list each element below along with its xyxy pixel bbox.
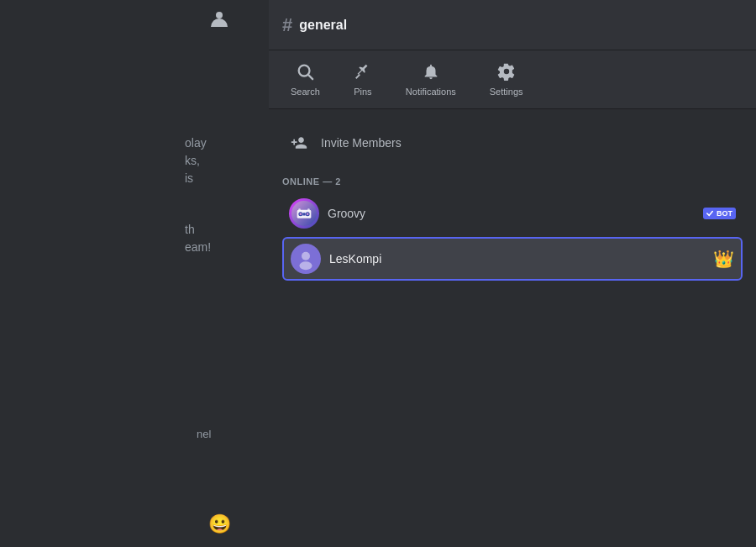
left-panel-text-mid: theam!: [0, 187, 269, 256]
invite-icon: [286, 129, 312, 156]
svg-line-1: [309, 75, 313, 79]
channel-header: # general: [269, 0, 756, 50]
invite-members-row[interactable]: Invite Members: [282, 123, 743, 163]
left-channel-text: nel: [197, 428, 211, 440]
svg-rect-10: [298, 208, 301, 211]
members-panel: # general Search Pins: [269, 0, 756, 547]
bell-icon: [422, 62, 440, 83]
notifications-toolbar-item[interactable]: Notifications: [401, 59, 461, 100]
settings-label: Settings: [490, 87, 523, 97]
gear-icon: [497, 62, 516, 83]
emoji-icon[interactable]: 😀: [208, 513, 231, 535]
svg-line-2: [356, 75, 360, 79]
svg-rect-11: [307, 208, 310, 211]
invite-label: Invite Members: [321, 136, 402, 150]
member-list: Invite Members ONLINE — 2: [269, 109, 756, 547]
svg-point-8: [307, 213, 309, 216]
left-panel: olayks,is theam! yes, nel 😀: [0, 0, 269, 547]
settings-toolbar-item[interactable]: Settings: [485, 59, 528, 100]
svg-point-6: [300, 213, 302, 216]
search-toolbar-item[interactable]: Search: [286, 59, 325, 100]
svg-rect-9: [302, 213, 305, 215]
pins-toolbar-item[interactable]: Pins: [349, 59, 377, 100]
left-panel-text-top: olayks,is: [0, 0, 269, 187]
pins-label: Pins: [354, 87, 371, 97]
avatar-leskompi: [291, 244, 321, 274]
search-label: Search: [291, 87, 320, 97]
member-name-leskompi: LesKompi: [329, 252, 713, 266]
channel-hash: #: [282, 14, 292, 36]
left-text-1: olayks,is: [185, 134, 269, 187]
svg-point-13: [302, 252, 310, 260]
member-row-groovy[interactable]: Groovy BOT: [282, 193, 743, 234]
toolbar: Search Pins Notifications: [269, 50, 756, 109]
member-row-leskompi[interactable]: LesKompi 👑: [282, 237, 743, 281]
crown-icon: 👑: [713, 249, 734, 269]
avatar-groovy: [289, 198, 319, 229]
search-icon: [296, 62, 314, 83]
members-icon[interactable]: [208, 10, 228, 35]
notifications-label: Notifications: [406, 87, 456, 97]
channel-name: general: [299, 18, 347, 33]
left-text-2: theam!: [185, 221, 269, 256]
member-name-groovy: Groovy: [328, 207, 698, 220]
pin-icon: [354, 62, 372, 83]
bot-badge-groovy: BOT: [703, 208, 736, 219]
left-panel-text-lower: yes,: [0, 256, 269, 547]
svg-point-14: [300, 261, 312, 270]
online-section-header: ONLINE — 2: [282, 173, 743, 193]
